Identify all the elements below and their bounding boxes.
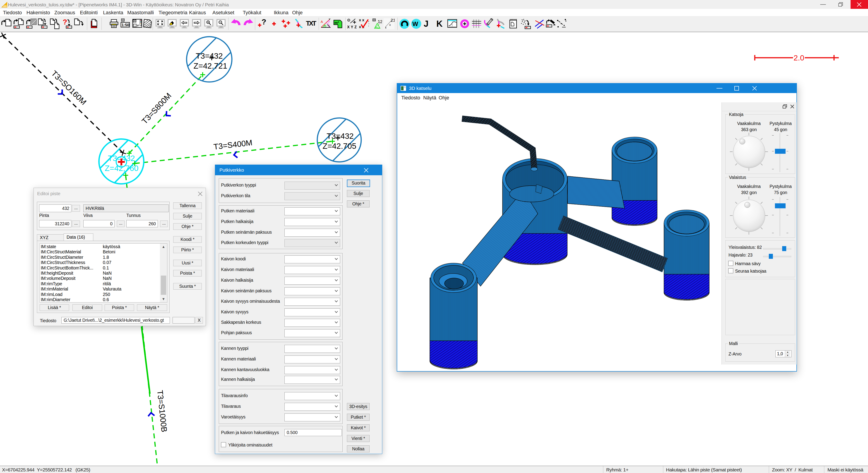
svg-text:T3=432: T3=432: [196, 52, 223, 60]
svg-text:T3=S400M: T3=S400M: [213, 138, 253, 151]
svg-text:2.0: 2.0: [794, 54, 804, 62]
svg-text:Z=42.721: Z=42.721: [194, 61, 227, 70]
svg-text:T3=S1000B: T3=S1000B: [156, 390, 169, 433]
svg-text:T3=432: T3=432: [327, 131, 354, 140]
svg-text:Z=42.705: Z=42.705: [323, 141, 356, 150]
svg-text:T3=S800M: T3=S800M: [140, 91, 173, 126]
